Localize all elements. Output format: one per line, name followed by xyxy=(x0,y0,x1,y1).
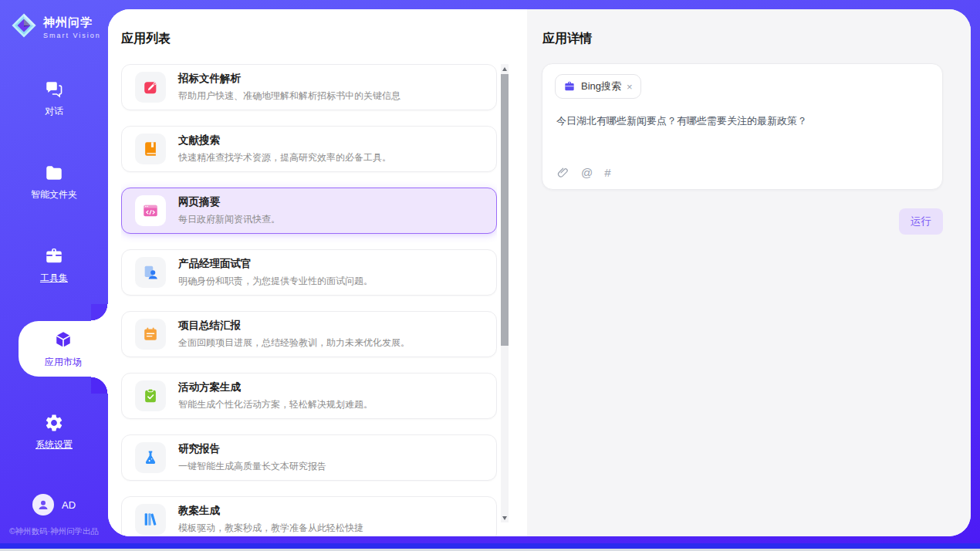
app-card-description: 帮助用户快速、准确地理解和解析招标书中的关键信息 xyxy=(178,90,400,103)
copyright-text: ©神州数码·神州问学出品 xyxy=(0,526,108,537)
user-account[interactable]: AD xyxy=(0,494,108,516)
app-card-title: 活动方案生成 xyxy=(178,380,373,394)
user-initials: AD xyxy=(62,499,76,511)
app-card[interactable]: 活动方案生成智能生成个性化活动方案，轻松解决规划难题。 xyxy=(121,373,497,419)
bottom-strip xyxy=(0,543,980,549)
tool-tag-label: Bing搜索 xyxy=(581,79,621,93)
composer-toolbar: @# xyxy=(556,166,611,179)
card-texts: 文献搜索快速精准查找学术资源，提高研究效率的必备工具。 xyxy=(178,134,391,164)
app-card-title: 研究报告 xyxy=(178,442,326,456)
app-card-title: 教案生成 xyxy=(178,504,363,518)
app-card-description: 模板驱动，教案秒成，教学准备从此轻松快捷 xyxy=(178,522,363,535)
run-row: 运行 xyxy=(542,208,943,235)
scroll-down-icon[interactable] xyxy=(501,513,509,522)
sidebar-item-chat[interactable]: 对话 xyxy=(0,74,108,123)
app-card-title: 文献搜索 xyxy=(178,134,391,147)
sidebar-item-settings[interactable]: 系统设置 xyxy=(0,407,108,457)
sidebar-item-label: 对话 xyxy=(45,105,63,118)
calendar-icon xyxy=(135,319,166,350)
hash-icon[interactable]: # xyxy=(604,166,610,179)
clipboard-check-icon xyxy=(135,380,166,411)
card-texts: 招标文件解析帮助用户快速、准确地理解和解析招标书中的关键信息 xyxy=(178,72,400,103)
books-icon xyxy=(135,504,166,535)
app-card-description: 智能生成个性化活动方案，轻松解决规划难题。 xyxy=(178,398,373,411)
query-input[interactable]: 今日湖北有哪些新闻要点？有哪些需要关注的最新政策？ xyxy=(556,113,928,129)
tool-tag-bing[interactable]: Bing搜索 × xyxy=(555,74,641,99)
app-card[interactable]: 项目总结汇报全面回顾项目进展，总结经验教训，助力未来优化发展。 xyxy=(121,311,497,357)
folder-icon xyxy=(44,163,64,183)
sidebar-item-market[interactable]: 应用市场 xyxy=(19,321,108,377)
avatar xyxy=(32,494,54,516)
sidebar-item-label: 应用市场 xyxy=(45,356,82,369)
app-list-panel: 应用列表 招标文件解析帮助用户快速、准确地理解和解析招标书中的关键信息文献搜索快… xyxy=(108,9,527,536)
app-card-title: 网页摘要 xyxy=(178,195,280,209)
at-icon[interactable]: @ xyxy=(581,166,593,179)
app-detail-title: 应用详情 xyxy=(542,31,592,47)
app-card-list: 招标文件解析帮助用户快速、准确地理解和解析招标书中的关键信息文献搜索快速精准查找… xyxy=(121,64,497,536)
content-area: 应用列表 招标文件解析帮助用户快速、准确地理解和解析招标书中的关键信息文献搜索快… xyxy=(108,9,971,536)
app-card[interactable]: 教案生成模板驱动，教案秒成，教学准备从此轻松快捷 xyxy=(121,496,497,536)
app-card[interactable]: 产品经理面试官明确身份和职责，为您提供专业性的面试问题。 xyxy=(121,249,497,296)
app-window: 神州问学 Smart Vision 对话智能文件夹工具集应用市场系统设置 AD … xyxy=(0,0,980,551)
card-texts: 研究报告一键智能生成高质量长文本研究报告 xyxy=(178,442,326,473)
brand-subtitle: Smart Vision xyxy=(43,32,101,39)
app-card-description: 每日政府新闻资讯快查。 xyxy=(178,213,280,226)
active-notch-bottom xyxy=(91,377,108,394)
sidebar-item-label: 工具集 xyxy=(40,272,68,285)
sidebar-item-tools[interactable]: 工具集 xyxy=(0,241,108,290)
card-texts: 产品经理面试官明确身份和职责，为您提供专业性的面试问题。 xyxy=(178,257,373,288)
app-card-description: 快速精准查找学术资源，提高研究效率的必备工具。 xyxy=(178,151,391,164)
research-icon xyxy=(135,442,166,473)
diamond-logo-icon xyxy=(11,12,37,42)
gear-icon xyxy=(44,413,64,433)
sidebar-item-label: 系统设置 xyxy=(35,438,73,451)
card-texts: 活动方案生成智能生成个性化活动方案，轻松解决规划难题。 xyxy=(178,380,373,411)
book-icon xyxy=(135,134,166,164)
brand-name: 神州问学 xyxy=(43,15,101,30)
app-card-title: 项目总结汇报 xyxy=(178,319,410,333)
app-card[interactable]: 网页摘要每日政府新闻资讯快查。 xyxy=(121,188,497,234)
card-texts: 教案生成模板驱动，教案秒成，教学准备从此轻松快捷 xyxy=(178,504,363,535)
scrollbar[interactable] xyxy=(501,64,509,522)
prompt-composer: Bing搜索 × 今日湖北有哪些新闻要点？有哪些需要关注的最新政策？ @# xyxy=(542,63,943,190)
card-texts: 项目总结汇报全面回顾项目进展，总结经验教训，助力未来优化发展。 xyxy=(178,319,410,350)
edit-icon xyxy=(135,72,166,103)
toolbox-icon xyxy=(44,246,64,266)
brand-logo: 神州问学 Smart Vision xyxy=(11,12,101,42)
app-card[interactable]: 研究报告一键智能生成高质量长文本研究报告 xyxy=(121,434,497,481)
purple-frame: 神州问学 Smart Vision 对话智能文件夹工具集应用市场系统设置 AD … xyxy=(0,0,980,543)
app-card-description: 一键智能生成高质量长文本研究报告 xyxy=(178,460,326,473)
sidebar-item-folders[interactable]: 智能文件夹 xyxy=(0,157,108,207)
app-card-title: 招标文件解析 xyxy=(178,72,400,86)
app-card[interactable]: 招标文件解析帮助用户快速、准确地理解和解析招标书中的关键信息 xyxy=(121,64,497,110)
scrollbar-thumb[interactable] xyxy=(501,74,509,346)
browser-icon xyxy=(135,195,166,226)
run-button[interactable]: 运行 xyxy=(899,208,943,235)
active-notch-top xyxy=(91,304,108,321)
interviewer-icon xyxy=(135,257,166,288)
app-card-description: 明确身份和职责，为您提供专业性的面试问题。 xyxy=(178,275,373,288)
paperclip-icon[interactable] xyxy=(556,166,569,179)
scroll-up-icon[interactable] xyxy=(501,64,509,73)
app-card-title: 产品经理面试官 xyxy=(178,257,373,271)
sidebar-nav: 对话智能文件夹工具集应用市场系统设置 xyxy=(0,74,108,457)
chat-icon xyxy=(44,79,64,100)
card-texts: 网页摘要每日政府新闻资讯快查。 xyxy=(178,195,280,226)
app-list-title: 应用列表 xyxy=(121,31,171,47)
app-card-description: 全面回顾项目进展，总结经验教训，助力未来优化发展。 xyxy=(178,336,410,350)
sidebar: 神州问学 Smart Vision 对话智能文件夹工具集应用市场系统设置 AD … xyxy=(0,0,108,543)
close-icon[interactable]: × xyxy=(627,82,633,92)
app-detail-panel: 应用详情 Bing搜索 × 今日湖北有哪些新闻要点？有哪些需要关注的最新政策？ … xyxy=(527,9,971,536)
cube-icon xyxy=(52,329,74,350)
app-card[interactable]: 文献搜索快速精准查找学术资源，提高研究效率的必备工具。 xyxy=(121,126,497,172)
sidebar-item-label: 智能文件夹 xyxy=(31,188,77,201)
briefcase-icon xyxy=(563,80,576,93)
